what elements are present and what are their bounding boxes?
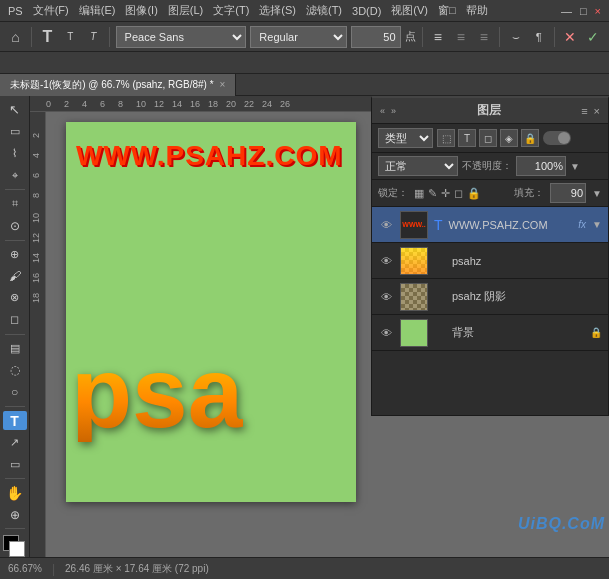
lock-brush-icon[interactable]: ✎ <box>428 187 437 200</box>
filter-pixel-icon[interactable]: ⬚ <box>437 129 455 147</box>
tool-dodge[interactable]: ○ <box>3 382 27 402</box>
menu-type[interactable]: 文字(T) <box>213 3 249 18</box>
layers-panel-header: « » 图层 ≡ × <box>372 98 608 124</box>
menu-filter[interactable]: 滤镜(T) <box>306 3 342 18</box>
menu-layer[interactable]: 图层(L) <box>168 3 203 18</box>
menu-view[interactable]: 视图(V) <box>391 3 428 18</box>
layer-eye-shadow[interactable]: 👁 <box>378 289 394 305</box>
opacity-input[interactable] <box>516 156 566 176</box>
tool-zoom[interactable]: ⊕ <box>3 505 27 525</box>
layer-item-bg[interactable]: 👁 背景 🔒 <box>372 315 608 351</box>
panel-collapse-left[interactable]: « <box>380 106 385 116</box>
tool-clone[interactable]: ⊗ <box>3 288 27 308</box>
align-left-icon[interactable]: ≡ <box>428 26 447 48</box>
home-icon[interactable]: ⌂ <box>6 26 25 48</box>
opacity-chevron[interactable]: ▼ <box>570 161 580 172</box>
layer-eye-psahz[interactable]: 👁 <box>378 253 394 269</box>
window-maximize[interactable]: □ <box>580 5 587 17</box>
layer-fx-chevron[interactable]: ▼ <box>592 219 602 230</box>
window-minimize[interactable]: — <box>561 5 572 17</box>
toolbar-sep-4 <box>499 27 500 47</box>
tab-close-btn[interactable]: × <box>220 79 226 90</box>
menu-3d[interactable]: 3D(D) <box>352 5 381 17</box>
toolbar-sep-3 <box>422 27 423 47</box>
tool-blur[interactable]: ◌ <box>3 360 27 380</box>
lock-artboard-icon[interactable]: ◻ <box>454 187 463 200</box>
filter-smart-icon[interactable]: ◈ <box>500 129 518 147</box>
tool-select-rect[interactable]: ▭ <box>3 122 27 142</box>
fill-input[interactable] <box>550 183 586 203</box>
panel-close-icon[interactable]: × <box>594 105 600 117</box>
layer-search-row: 类型 ⬚ T ◻ ◈ 🔒 <box>372 124 608 153</box>
font-style-select[interactable]: Regular <box>250 26 346 48</box>
lock-transparency-icon[interactable]: ▦ <box>414 187 424 200</box>
lock-fill-row: 锁定： ▦ ✎ ✛ ◻ 🔒 填充： ▼ <box>372 180 608 207</box>
layer-thumb-shadow <box>400 283 428 311</box>
filter-color-icon[interactable]: 🔒 <box>521 129 539 147</box>
document-tab[interactable]: 未标题-1(恢复的) @ 66.7% (psahz, RGB/8#) * × <box>0 74 236 96</box>
menu-edit[interactable]: 编辑(E) <box>79 3 116 18</box>
tool-eyedropper[interactable]: ⊙ <box>3 216 27 236</box>
left-tools: ↖ ▭ ⌇ ⌖ ⌗ ⊙ ⊕ 🖌 ⊗ ◻ ▤ ◌ ○ T ↗ ▭ ✋ ⊕ <box>0 96 30 557</box>
layer-filter-dropdown[interactable]: 类型 <box>378 128 433 148</box>
window-close[interactable]: × <box>595 5 601 17</box>
tool-crop[interactable]: ⌗ <box>3 194 27 214</box>
layer-filter-toggle[interactable] <box>543 131 571 145</box>
layer-name-psahz: psahz <box>434 255 602 267</box>
type-warp-icon[interactable]: T <box>84 26 103 48</box>
menu-file[interactable]: 文件(F) <box>33 3 69 18</box>
menu-select[interactable]: 选择(S) <box>259 3 296 18</box>
tool-sep-2 <box>5 240 25 241</box>
type-size-icon[interactable]: T <box>61 26 80 48</box>
cancel-edit-icon[interactable]: ✕ <box>561 26 580 48</box>
lock-move-icon[interactable]: ✛ <box>441 187 450 200</box>
tool-sep-6 <box>5 528 25 529</box>
font-name-select[interactable]: Peace Sans <box>116 26 247 48</box>
ruler-left: 2 4 6 8 10 12 14 16 18 <box>30 112 46 557</box>
tool-path-select[interactable]: ↗ <box>3 432 27 452</box>
tool-heal[interactable]: ⊕ <box>3 244 27 264</box>
fill-chevron[interactable]: ▼ <box>592 188 602 199</box>
layer-item-psahz[interactable]: 👁 psahz <box>372 243 608 279</box>
filter-type-icon[interactable]: T <box>458 129 476 147</box>
menu-help[interactable]: 帮助 <box>466 3 488 18</box>
tool-lasso[interactable]: ⌇ <box>3 144 27 164</box>
tool-brush[interactable]: 🖌 <box>3 266 27 286</box>
filter-shape-icon[interactable]: ◻ <box>479 129 497 147</box>
layer-eye-www[interactable]: 👁 <box>378 217 394 233</box>
char-panel-icon[interactable]: ¶ <box>529 26 548 48</box>
tool-sep-1 <box>5 189 25 190</box>
layer-item-www[interactable]: 👁 WWW.. T WWW.PSAHZ.COM fx ▼ <box>372 207 608 243</box>
lock-label: 锁定： <box>378 186 408 200</box>
www-text-layer: WWW.PSAHZ.COM <box>76 140 356 172</box>
tool-move[interactable]: ↖ <box>3 100 27 120</box>
layer-item-psahz-shadow[interactable]: 👁 psahz 阴影 <box>372 279 608 315</box>
tool-shape[interactable]: ▭ <box>3 454 27 474</box>
layer-name-bg: 背景 <box>434 325 584 340</box>
font-size-input[interactable] <box>351 26 401 48</box>
tool-magic-wand[interactable]: ⌖ <box>3 165 27 185</box>
align-right-icon[interactable]: ≡ <box>474 26 493 48</box>
layer-thumb-www: WWW.. <box>400 211 428 239</box>
menu-ps[interactable]: PS <box>8 5 23 17</box>
confirm-edit-icon[interactable]: ✓ <box>584 26 603 48</box>
tool-gradient[interactable]: ▤ <box>3 338 27 358</box>
ruler-left-ticks: 2 4 6 8 10 12 14 16 18 <box>30 128 46 557</box>
blend-mode-select[interactable]: 正常 <box>378 156 458 176</box>
layer-eye-bg[interactable]: 👁 <box>378 325 394 341</box>
align-center-icon[interactable]: ≡ <box>451 26 470 48</box>
layer-filter-icons: ⬚ T ◻ ◈ 🔒 <box>437 129 539 147</box>
tool-type[interactable]: T <box>3 411 27 431</box>
status-dimensions: 26.46 厘米 × 17.64 厘米 (72 ppi) <box>65 562 209 576</box>
tool-erase[interactable]: ◻ <box>3 310 27 330</box>
warp-text-icon[interactable]: ⌣ <box>506 26 525 48</box>
lock-all-icon[interactable]: 🔒 <box>467 187 481 200</box>
panel-menu-icon[interactable]: ≡ <box>581 105 587 117</box>
foreground-color[interactable] <box>3 535 27 555</box>
layer-fx-icon[interactable]: fx <box>578 219 586 230</box>
menu-image[interactable]: 图像(I) <box>125 3 157 18</box>
menu-window[interactable]: 窗□ <box>438 3 456 18</box>
tool-hand[interactable]: ✋ <box>3 483 27 503</box>
type-tool-icon[interactable]: T <box>38 26 57 48</box>
panel-collapse-right[interactable]: » <box>391 106 396 116</box>
